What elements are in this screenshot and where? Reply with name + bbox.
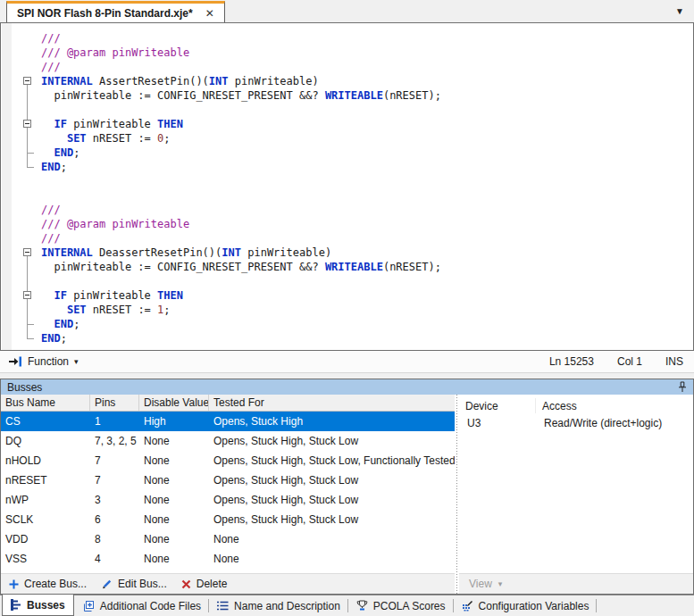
pin-icon[interactable]	[678, 381, 687, 393]
code-line[interactable]: pinWriteable := CONFIG_NRESET_PRESENT &&…	[1, 260, 693, 274]
tab-additional-code-files[interactable]: Additional Code Files	[74, 595, 209, 616]
tab-busses[interactable]: Busses	[2, 595, 74, 616]
fold-gutter	[1, 160, 41, 174]
code-line[interactable]: END;	[1, 317, 693, 331]
editor-tab-bar: SPI NOR Flash 8-Pin Standard.xje* ✕ ▼	[0, 0, 694, 22]
fold-gutter	[1, 260, 41, 274]
code-line[interactable]: ///	[1, 231, 693, 246]
column-header[interactable]: Access	[536, 398, 693, 413]
table-row[interactable]: CS1HighOpens, Stuck High	[1, 412, 455, 431]
code-text: ///	[41, 60, 61, 74]
fold-gutter	[1, 274, 41, 288]
function-dropdown-label: Function	[28, 355, 69, 368]
code-line[interactable]: END;	[1, 146, 693, 160]
panel-splitter[interactable]	[455, 395, 459, 594]
table-cell: VDD	[1, 529, 90, 549]
table-cell: None	[139, 490, 209, 510]
code-line[interactable]: SET nRESET := 0;	[1, 131, 693, 146]
code-text: /// @param pinWriteable	[41, 217, 189, 231]
code-line[interactable]: INTERNAL AssertResetPin()(INT pinWriteab…	[1, 74, 693, 88]
delete-x-icon	[181, 579, 191, 589]
create-bus-button[interactable]: Create Bus...	[9, 578, 87, 590]
tab-pcola-scores[interactable]: PCOLA Scores	[348, 595, 454, 616]
status-line-number: Ln 15253	[549, 355, 594, 368]
table-row[interactable]: DQ7, 3, 2, 5NoneOpens, Stuck High, Stuck…	[1, 431, 455, 451]
code-line[interactable]: pinWriteable := CONFIG_NRESET_PRESENT &&…	[1, 88, 693, 103]
table-row[interactable]: nWP3NoneOpens, Stuck High, Stuck Low	[1, 490, 455, 510]
table-row[interactable]: VSS4NoneNone	[1, 549, 455, 569]
code-line[interactable]: ///	[1, 203, 693, 217]
fold-gutter	[1, 331, 41, 345]
table-row[interactable]: U3Read/Write (direct+logic)	[459, 413, 693, 433]
table-cell: None	[139, 529, 209, 549]
code-text: ///	[41, 231, 61, 246]
code-line[interactable]: /// @param pinWriteable	[1, 217, 693, 231]
fold-gutter	[1, 217, 41, 231]
fold-gutter	[1, 317, 41, 331]
code-lines: ////// @param pinWriteable///INTERNAL As…	[1, 23, 693, 345]
code-line[interactable]: IF pinWriteable THEN	[1, 288, 693, 303]
fold-collapse-icon[interactable]	[23, 291, 31, 299]
table-cell: 4	[90, 549, 139, 569]
column-header[interactable]: Bus Name	[1, 395, 90, 411]
table-cell: CS	[1, 412, 90, 431]
busses-panel: Busses Bus NamePinsDisable ValueTested F…	[0, 379, 694, 595]
fold-collapse-icon[interactable]	[23, 120, 31, 128]
table-row[interactable]: SCLK6NoneOpens, Stuck High, Stuck Low	[1, 510, 455, 529]
table-cell: Read/Write (direct+logic)	[536, 413, 693, 433]
code-line[interactable]: INTERNAL DeassertResetPin()(INT pinWrite…	[1, 246, 693, 260]
column-header[interactable]: Device	[459, 398, 536, 413]
fold-collapse-icon[interactable]	[23, 248, 31, 256]
table-cell: nRESET	[1, 470, 90, 490]
fold-gutter	[1, 146, 41, 160]
bottom-tab-strip: BussesAdditional Code FilesName and Desc…	[0, 595, 694, 616]
close-icon[interactable]: ✕	[205, 7, 214, 20]
column-header[interactable]: Disable Value	[139, 395, 209, 411]
tab-list-dropdown-icon[interactable]: ▼	[675, 6, 684, 16]
code-line[interactable]: /// @param pinWriteable	[1, 46, 693, 60]
tab-configuration-variables[interactable]: Configuration Variables	[454, 595, 598, 616]
table-cell: VSS	[1, 549, 90, 569]
busses-panel-body: Bus NamePinsDisable ValueTested For CS1H…	[1, 395, 693, 594]
code-line[interactable]: END;	[1, 331, 693, 345]
button-label: Create Bus...	[24, 578, 87, 590]
edit-bus-button[interactable]: Edit Bus...	[101, 578, 167, 590]
view-dropdown[interactable]: View	[469, 578, 492, 590]
status-insert-mode: INS	[665, 355, 683, 368]
function-dropdown[interactable]: Function ▾	[8, 355, 79, 368]
column-header[interactable]: Tested For	[209, 395, 455, 411]
code-line[interactable]	[1, 188, 693, 203]
table-cell: 7	[90, 470, 139, 490]
tab-name-and-description[interactable]: Name and Description	[209, 595, 348, 616]
code-text: IF pinWriteable THEN	[41, 117, 183, 131]
code-line[interactable]: END;	[1, 160, 693, 174]
fold-gutter	[1, 46, 41, 60]
table-row[interactable]: nHOLD7NoneOpens, Stuck High, Stuck Low, …	[1, 451, 455, 470]
table-cell: nHOLD	[1, 451, 90, 470]
fold-gutter	[1, 74, 41, 88]
code-line[interactable]: ///	[1, 31, 693, 46]
code-line[interactable]: IF pinWriteable THEN	[1, 117, 693, 131]
editor-status-bar: Function ▾ Ln 15253 Col 1 INS	[0, 351, 694, 373]
code-editor[interactable]: ////// @param pinWriteable///INTERNAL As…	[0, 22, 694, 351]
fold-gutter	[1, 231, 41, 246]
delete-button[interactable]: Delete	[181, 578, 228, 590]
list-icon	[217, 601, 229, 611]
column-header[interactable]: Pins	[90, 395, 139, 411]
fold-gutter	[1, 60, 41, 74]
fold-gutter	[1, 31, 41, 46]
bus-table-header: Bus NamePinsDisable ValueTested For	[1, 395, 455, 412]
code-line[interactable]: SET nRESET := 1;	[1, 303, 693, 317]
code-line[interactable]	[1, 174, 693, 188]
code-text: END;	[41, 331, 67, 345]
fold-collapse-icon[interactable]	[23, 77, 31, 85]
editor-tab[interactable]: SPI NOR Flash 8-Pin Standard.xje* ✕	[6, 1, 225, 22]
code-line[interactable]	[1, 103, 693, 117]
table-row[interactable]: nRESET7NoneOpens, Stuck High, Stuck Low	[1, 470, 455, 490]
table-row[interactable]: VDD8NoneNone	[1, 529, 455, 549]
code-line[interactable]: ///	[1, 60, 693, 74]
app-window: SPI NOR Flash 8-Pin Standard.xje* ✕ ▼ //…	[0, 0, 694, 616]
table-cell: None	[139, 510, 209, 529]
code-line[interactable]	[1, 274, 693, 288]
table-cell: None	[139, 451, 209, 470]
